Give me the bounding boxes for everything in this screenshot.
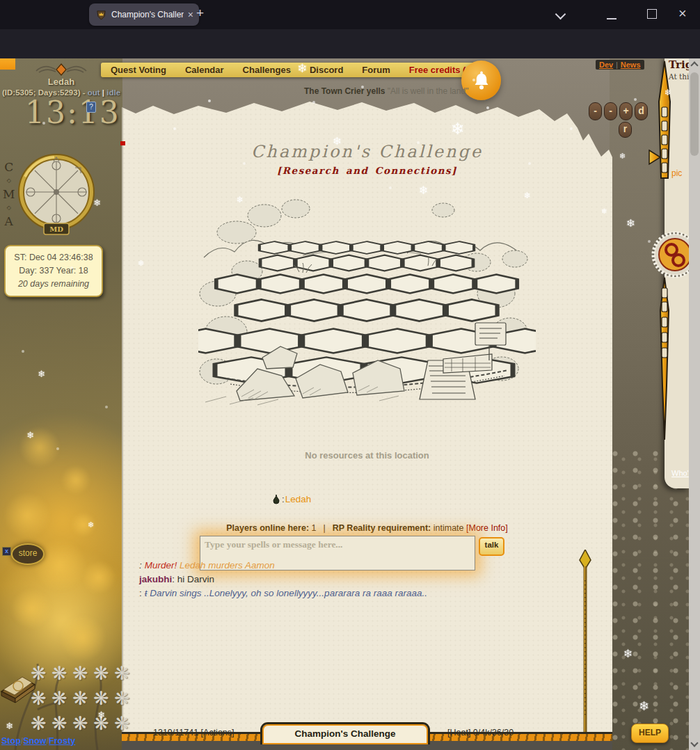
day-year: Day: 337 Year: 18 xyxy=(8,264,99,278)
ornate-scepter xyxy=(644,58,692,476)
location-tab[interactable]: Champion's Challenge xyxy=(260,722,430,744)
plus-button[interactable]: + xyxy=(619,102,633,120)
game-clock: 13:13 xyxy=(25,95,120,130)
hex-arena-illustration xyxy=(198,189,536,406)
frosty-link[interactable]: Frosty xyxy=(49,736,75,746)
snowflake-icon: ❄ xyxy=(6,721,13,731)
present-player-row: : Ledah xyxy=(273,494,311,504)
snowflake-icon: ❄ xyxy=(601,207,607,215)
snow-dots xyxy=(0,58,1,60)
minus-button[interactable]: - xyxy=(589,102,602,120)
snowflake-icon: ❄ xyxy=(333,135,342,147)
corner-notch xyxy=(0,58,15,70)
stop-link[interactable]: Stop xyxy=(1,736,21,746)
md-compass-seal: MD xyxy=(15,152,97,238)
snowflake-icon: ❄ xyxy=(451,120,464,138)
close-x-icon[interactable]: x xyxy=(2,547,11,556)
actions-counter: 1319/11741 [Actions] xyxy=(153,728,234,737)
snowflake-icon: ❄ xyxy=(26,430,34,440)
browser-tab[interactable]: Champion's Challenge × xyxy=(89,3,199,26)
foam-texture xyxy=(610,448,700,750)
game-viewport: Quest Voting Calendar Challenges Discord… xyxy=(0,58,700,750)
md-label: MD xyxy=(49,225,63,233)
no-resources-text: No resources at this location xyxy=(122,450,612,461)
new-tab-button[interactable]: + xyxy=(196,6,204,21)
cma-letters: C◇ M◇ A xyxy=(3,160,15,228)
browser-toolbar: ← → ↻ https://magicduel.com/layout.php ☆… xyxy=(0,29,700,58)
tab-title: Champion's Challenge xyxy=(111,10,184,19)
drop-icon xyxy=(273,494,280,504)
location-subtitle: [Research and Connections] xyxy=(122,165,612,176)
snow-link[interactable]: Snow xyxy=(23,736,46,746)
r-button[interactable]: r xyxy=(619,122,632,138)
nav-discord[interactable]: Discord xyxy=(310,65,343,75)
server-time: ST: Dec 04 23:46:38 xyxy=(8,251,99,264)
more-info-link[interactable]: [More Info] xyxy=(466,523,508,533)
days-remaining: 20 days remaining xyxy=(8,278,99,291)
window-close-button[interactable]: × xyxy=(678,6,687,22)
screen: Champion's Challenge × + × ← → ↻ https:/… xyxy=(0,0,700,750)
scrollbar-thumb[interactable] xyxy=(690,72,699,156)
separator: | xyxy=(616,61,618,69)
browser-tab-bar: Champion's Challenge × + × xyxy=(0,0,700,29)
favicon xyxy=(96,10,106,20)
bell-icon xyxy=(471,70,492,92)
snowflake-icon: ❄ xyxy=(93,198,101,208)
tab-list-chevron-icon[interactable] xyxy=(555,9,566,20)
bokeh-light xyxy=(4,493,50,538)
snowflake-icon: ❄ xyxy=(237,195,244,205)
chat-message: :ŧ Darvin sings ..Lonelyyy, oh so lonell… xyxy=(139,588,427,598)
snowflake-icon: ❄ xyxy=(639,699,649,714)
golden-staff xyxy=(576,550,594,744)
chat-message: jakubhi: hi Darvin xyxy=(139,574,214,584)
snowflake-grid: ❋❋❋❋❋ ❋❋❋❋❋ ❋❋❋❋❋ xyxy=(31,662,135,737)
news-link[interactable]: News xyxy=(621,61,641,69)
tab-close-icon[interactable]: × xyxy=(188,9,193,20)
dev-link[interactable]: Dev xyxy=(599,61,613,69)
snowflake-icon: ❄ xyxy=(419,184,428,197)
nav-quest-voting[interactable]: Quest Voting xyxy=(111,65,166,75)
bokeh-light xyxy=(33,538,86,591)
bokeh-light xyxy=(19,427,60,468)
snowflake-icon: ❄ xyxy=(623,647,633,660)
snowflake-icon: ❄ xyxy=(138,259,144,268)
chat-message: :Murder! Ledah murders Aamon xyxy=(139,560,275,571)
town-crier-message: The Town Crier yells "All is well in the… xyxy=(304,86,468,96)
window-minimize-button[interactable] xyxy=(607,18,617,19)
page-scrollbar[interactable] xyxy=(689,58,700,750)
snowflake-icon: ❄ xyxy=(38,369,45,379)
dev-news-box: Dev | News xyxy=(596,60,644,70)
nav-challenges[interactable]: Challenges xyxy=(243,65,291,75)
snow-effect-links: Stop/Snow/Frosty xyxy=(1,736,75,746)
nav-calendar[interactable]: Calendar xyxy=(185,65,224,75)
store-button[interactable]: store xyxy=(11,543,45,565)
help-question-icon[interactable]: ? xyxy=(86,102,96,113)
snowflake-icon: ❄ xyxy=(665,88,671,97)
snowflake-icon: ❄ xyxy=(88,520,94,529)
server-time-box: ST: Dec 04 23:46:38 Day: 337 Year: 18 20… xyxy=(4,245,103,297)
bokeh-light xyxy=(82,561,116,594)
player-name: Ledah xyxy=(0,77,122,87)
nav-forum[interactable]: Forum xyxy=(362,65,390,75)
minus-button[interactable]: - xyxy=(604,102,617,120)
scroll-up-arrow[interactable] xyxy=(690,61,698,69)
help-button[interactable]: HELP xyxy=(631,724,669,743)
snowflake-icon: ❄ xyxy=(524,191,531,200)
layout-buttons: - - + d xyxy=(589,102,648,120)
snowflake-icon: ❄ xyxy=(619,152,626,161)
scroll-down-arrow[interactable] xyxy=(690,739,698,747)
player-emblem xyxy=(35,63,88,77)
bokeh-light xyxy=(61,465,90,495)
snowflake-icon: ❄ xyxy=(626,217,635,230)
bokeh-light xyxy=(11,589,51,629)
heat-counter: [Heat] 0/4k/36/30 xyxy=(447,728,514,737)
location-title: Champion's Challenge xyxy=(122,142,612,161)
snowflake-icon: ❄ xyxy=(97,710,105,720)
top-nav-bar: Quest Voting Calendar Challenges Discord… xyxy=(101,63,484,77)
window-maximize-button[interactable] xyxy=(647,9,657,19)
players-online-line: Players online here: 1|RP Reality requir… xyxy=(122,523,612,533)
player-link-ledah[interactable]: Ledah xyxy=(285,494,312,504)
talk-button[interactable]: talk xyxy=(479,537,504,556)
snowflake-icon: ❄ xyxy=(297,61,307,76)
